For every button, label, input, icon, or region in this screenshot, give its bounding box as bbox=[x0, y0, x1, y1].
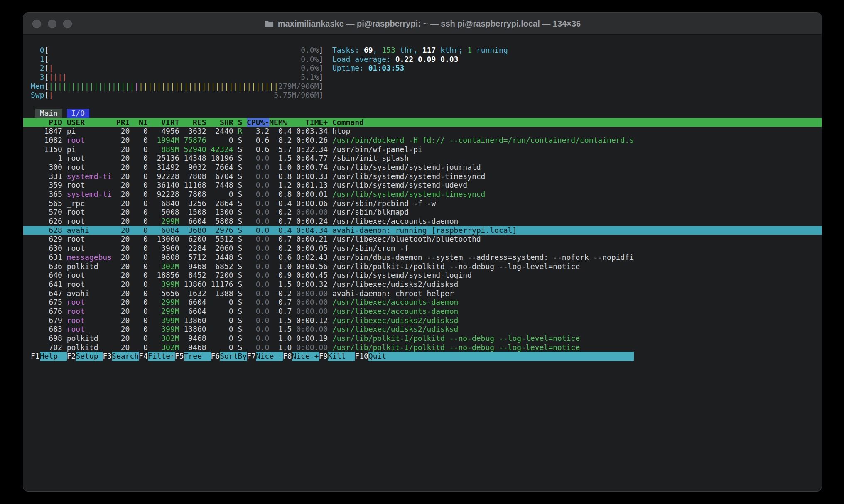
fn-help-button[interactable]: Help bbox=[40, 352, 67, 361]
cell-state: S bbox=[233, 145, 243, 154]
cell-pid: 675 bbox=[31, 298, 62, 307]
process-row[interactable]: 629root2001300062005512S0.00.70:00.21/us… bbox=[23, 235, 822, 244]
process-row[interactable]: 331systemd-ti2009222878086704S0.00.80:00… bbox=[23, 172, 822, 181]
process-row[interactable]: 679root200399M138600S0.01.50:00.12/usr/l… bbox=[23, 316, 822, 325]
process-row[interactable]: 300root2003149290327664S0.01.00:00.74/us… bbox=[23, 163, 822, 172]
process-row[interactable]: 631messagebus200960857123448S0.00.60:02.… bbox=[23, 253, 822, 262]
cell-virt: 3960 bbox=[148, 244, 179, 253]
col-shr[interactable]: SHR bbox=[206, 118, 233, 127]
text-segment: , bbox=[413, 46, 422, 54]
fnkey-f6: F6 bbox=[211, 352, 220, 361]
process-row[interactable]: 676root200299M66040S0.00.70:00.00/usr/li… bbox=[23, 307, 822, 316]
spacer bbox=[62, 343, 67, 352]
cell-res: 14348 bbox=[179, 154, 206, 163]
process-row[interactable]: 1847pi200495636322440R3.20.40:03.34htop bbox=[23, 127, 822, 136]
process-row[interactable]: 702polkitd200302M94680S0.01.00:00.00/usr… bbox=[23, 343, 822, 352]
cell-mem: 0.4 bbox=[269, 127, 292, 136]
fn-tree-button[interactable]: Tree bbox=[184, 352, 211, 361]
fn-sortby-button[interactable]: SortBy bbox=[220, 352, 247, 361]
cell-cpu: 0.0 bbox=[242, 181, 269, 190]
process-row[interactable]: 683root200399M138600S0.01.50:00.00/usr/l… bbox=[23, 325, 822, 334]
process-row[interactable]: 641root200399M1386011176S0.01.50:00.32/u… bbox=[23, 280, 822, 289]
cell-pid: 1847 bbox=[31, 127, 62, 136]
col-cpu-sorted[interactable]: CPU%- bbox=[242, 118, 269, 127]
process-row[interactable]: 647avahi200565616321388S0.00.20:00.00ava… bbox=[23, 289, 822, 298]
cell-mem: 1.5 bbox=[269, 280, 292, 289]
col-user[interactable]: USER bbox=[67, 118, 112, 127]
minimize-button[interactable] bbox=[48, 20, 56, 28]
cell-user: root bbox=[67, 316, 112, 325]
cell-virt: 5656 bbox=[148, 289, 179, 298]
cell-virt: 4956 bbox=[148, 127, 179, 136]
spacer bbox=[62, 172, 67, 181]
fn-quit-button[interactable]: Quit bbox=[368, 352, 395, 361]
process-row[interactable]: 630root200396022842060S0.00.20:00.05/usr… bbox=[23, 244, 822, 253]
cell-pid: 631 bbox=[31, 253, 62, 262]
process-row[interactable]: 359root20036140111687448S0.01.20:01.13/u… bbox=[23, 181, 822, 190]
fn-nice-button[interactable]: Nice + bbox=[292, 352, 319, 361]
cell-pid: 679 bbox=[31, 316, 62, 325]
cell-time: 0:00.24 bbox=[292, 217, 328, 226]
cell-cpu: 0.0 bbox=[242, 253, 269, 262]
cpu1-bar: 0.0% bbox=[49, 55, 319, 64]
mem-usage-text: 279M/906M bbox=[278, 82, 319, 91]
col-pid[interactable]: PID bbox=[31, 118, 62, 127]
cell-res: 9468 bbox=[179, 343, 206, 352]
tab-io[interactable]: I/O bbox=[67, 109, 89, 118]
cell-user: root bbox=[67, 154, 112, 163]
fnkey-f8: F8 bbox=[283, 352, 292, 361]
fn-search-button[interactable]: Search bbox=[112, 352, 139, 361]
cell-res: 8452 bbox=[179, 271, 206, 280]
process-row[interactable]: 640root2001885684527200S0.00.90:00.45/us… bbox=[23, 271, 822, 280]
cell-time: 0:00.05 bbox=[292, 244, 328, 253]
col-command[interactable]: Command bbox=[328, 118, 822, 127]
cell-state: S bbox=[233, 136, 243, 145]
cell-command: /usr/sbin/blkmapd bbox=[328, 208, 822, 217]
cell-shr: 42324 bbox=[206, 145, 233, 154]
close-button[interactable] bbox=[32, 20, 41, 28]
zoom-button[interactable] bbox=[63, 20, 72, 28]
cell-shr: 5512 bbox=[206, 235, 233, 244]
process-row[interactable]: 570root200500815081300S0.00.20:00.00/usr… bbox=[23, 208, 822, 217]
col-pri[interactable]: PRI bbox=[112, 118, 130, 127]
tab-main[interactable]: Main bbox=[35, 109, 62, 118]
cell-ni: 0 bbox=[130, 325, 147, 334]
process-row-selected[interactable]: 628avahi200608436802976S0.00.40:04.34ava… bbox=[23, 226, 822, 235]
col-state[interactable]: S bbox=[233, 118, 243, 127]
cell-cpu: 0.6 bbox=[242, 145, 269, 154]
process-row[interactable]: 365systemd-ti2009222878080S0.00.80:00.01… bbox=[23, 190, 822, 199]
text-segment: Load average: bbox=[332, 55, 395, 64]
process-row[interactable]: 1root200251361434810196S0.01.50:04.77/sb… bbox=[23, 154, 822, 163]
col-time[interactable]: TIME+ bbox=[292, 118, 328, 127]
process-row[interactable]: 1150pi200889M5294042324S0.65.70:22.34/us… bbox=[23, 145, 822, 154]
col-ni[interactable]: NI bbox=[130, 118, 147, 127]
process-row[interactable]: 626root200299M66045808S0.00.70:00.24/usr… bbox=[23, 217, 822, 226]
text-segment: 153 bbox=[382, 46, 395, 54]
fn-kill-button[interactable]: Kill bbox=[328, 352, 355, 361]
folder-icon bbox=[264, 20, 274, 28]
cell-pri: 20 bbox=[112, 334, 130, 343]
cell-pid: 300 bbox=[31, 163, 62, 172]
cell-user: systemd-ti bbox=[67, 172, 112, 181]
process-row[interactable]: 1082root2001994M758760S0.68.20:00.26/usr… bbox=[23, 136, 822, 145]
cell-pri: 20 bbox=[112, 271, 130, 280]
cell-virt: 299M bbox=[148, 307, 179, 316]
cell-res: 9468 bbox=[179, 262, 206, 271]
fn-nice-button[interactable]: Nice - bbox=[256, 352, 283, 361]
col-virt[interactable]: VIRT bbox=[148, 118, 179, 127]
col-res[interactable]: RES bbox=[179, 118, 206, 127]
process-row[interactable]: 636polkitd200302M94686852S0.01.00:00.56/… bbox=[23, 262, 822, 271]
cell-pri: 20 bbox=[112, 262, 130, 271]
fn-filter-button[interactable]: Filter bbox=[148, 352, 175, 361]
cell-virt: 1994M bbox=[148, 136, 179, 145]
fn-setup-button[interactable]: Setup bbox=[76, 352, 103, 361]
cell-pid: 629 bbox=[31, 235, 62, 244]
cell-command: /usr/lib/systemd/systemd-logind bbox=[328, 271, 822, 280]
process-row[interactable]: 675root200299M66040S0.00.70:00.00/usr/li… bbox=[23, 298, 822, 307]
process-row[interactable]: 698polkitd200302M94680S0.01.00:00.19/usr… bbox=[23, 334, 822, 343]
cell-command: /usr/lib/polkit-1/polkitd --no-debug --l… bbox=[328, 343, 822, 352]
cell-pri: 20 bbox=[112, 244, 130, 253]
col-mem[interactable]: MEM% bbox=[269, 118, 292, 127]
process-row[interactable]: 565_rpc200684032562864S0.00.40:00.06/usr… bbox=[23, 199, 822, 208]
cell-command: /usr/sbin/cron -f bbox=[328, 244, 822, 253]
